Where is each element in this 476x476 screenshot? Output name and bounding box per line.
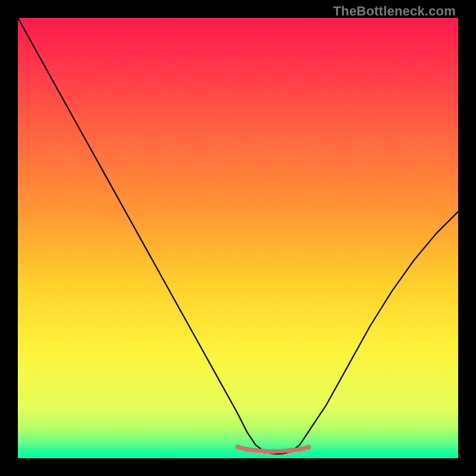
curve-layer xyxy=(18,18,458,458)
highlight-dot xyxy=(306,444,311,449)
highlight-dot xyxy=(262,449,267,453)
highlight-dot xyxy=(297,447,302,452)
highlight-dot xyxy=(280,449,284,453)
highlight-dot xyxy=(253,447,258,452)
bottom-highlight-dots xyxy=(236,444,311,454)
highlight-dot xyxy=(236,444,240,449)
highlight-dot xyxy=(289,447,293,452)
bottleneck-curve xyxy=(18,18,458,454)
plot-area xyxy=(18,18,458,458)
watermark-text: TheBottleneck.com xyxy=(333,4,456,19)
highlight-dot xyxy=(245,447,249,452)
highlight-dot xyxy=(271,449,275,454)
